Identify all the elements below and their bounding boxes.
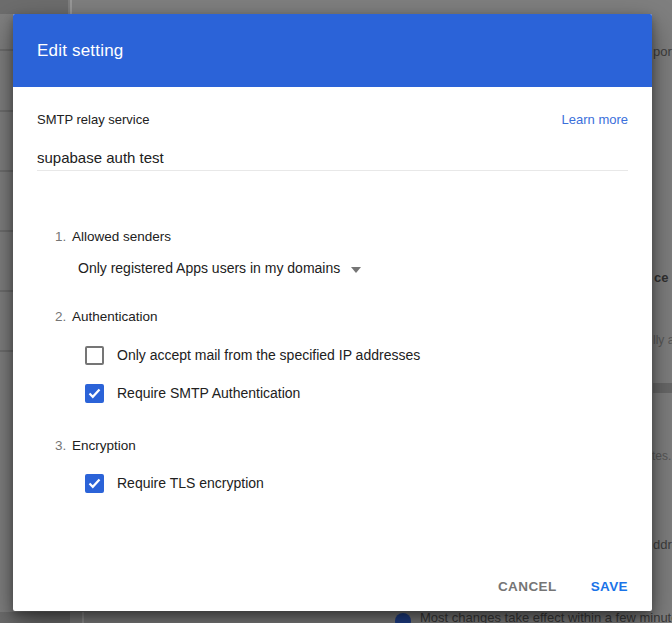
section-name: Allowed senders (72, 228, 171, 245)
section-authentication-title: 2. Authentication (55, 308, 628, 325)
setting-type-label: SMTP relay service (37, 112, 149, 128)
setting-header-row: SMTP relay service Learn more (37, 112, 628, 128)
section-number: 1. (55, 228, 67, 245)
checkbox-row-smtp-auth[interactable]: Require SMTP Authentication (85, 384, 628, 403)
cancel-button[interactable]: CANCEL (498, 579, 557, 594)
setting-name-input[interactable] (37, 149, 628, 171)
checkbox-row-ip-addresses[interactable]: Only accept mail from the specified IP a… (85, 346, 628, 365)
background-divider (70, 0, 72, 14)
checkbox-checked-icon[interactable] (85, 474, 104, 493)
background-row-band (653, 383, 672, 393)
dropdown-selected-value: Only registered Apps users in my domains (78, 260, 340, 277)
background-row-divider (0, 350, 13, 352)
dialog-header: Edit setting (13, 14, 652, 87)
checkbox-row-tls[interactable]: Require TLS encryption (85, 474, 628, 493)
background-row-divider (0, 49, 13, 51)
background-bottom-fragment (0, 612, 70, 623)
checkbox-checked-icon[interactable] (85, 384, 104, 403)
dialog-title: Edit setting (37, 41, 124, 61)
checkbox-label: Require SMTP Authentication (117, 385, 300, 402)
section-number: 3. (55, 437, 67, 454)
background-table-header-fragment: ce (654, 271, 668, 285)
background-topbar-fragment (0, 0, 68, 14)
edit-setting-dialog: Edit setting SMTP relay service Learn mo… (13, 14, 652, 611)
chevron-down-icon (351, 267, 361, 273)
info-icon (395, 613, 411, 623)
checkbox-label: Only accept mail from the specified IP a… (117, 347, 420, 364)
section-encryption-title: 3. Encryption (55, 437, 628, 454)
background-row-divider (0, 170, 13, 172)
learn-more-link[interactable]: Learn more (562, 112, 628, 128)
save-button[interactable]: SAVE (591, 579, 628, 594)
checkbox-unchecked-icon[interactable] (85, 346, 104, 365)
background-row-divider (0, 110, 13, 112)
background-row-divider (0, 290, 13, 292)
section-name: Authentication (72, 308, 158, 325)
dialog-actions: CANCEL SAVE (498, 579, 628, 594)
section-allowed-senders-title: 1. Allowed senders (55, 228, 628, 245)
background-text-fragment: lly a (653, 333, 672, 347)
background-note-text: Most changes take effect within a few mi… (420, 610, 672, 623)
background-text-fragment: port (653, 45, 672, 59)
background-row-divider (0, 230, 13, 232)
section-name: Encryption (72, 437, 136, 454)
checkbox-label: Require TLS encryption (117, 475, 264, 492)
background-text-fragment: ddre (653, 538, 672, 552)
background-text-fragment: tes. (652, 449, 671, 463)
section-number: 2. (55, 308, 67, 325)
allowed-senders-dropdown[interactable]: Only registered Apps users in my domains (78, 260, 361, 277)
settings-sections: 1. Allowed senders Only registered Apps … (55, 228, 628, 493)
background-divider (82, 612, 84, 623)
dialog-body: SMTP relay service Learn more 1. Allowed… (13, 87, 652, 493)
